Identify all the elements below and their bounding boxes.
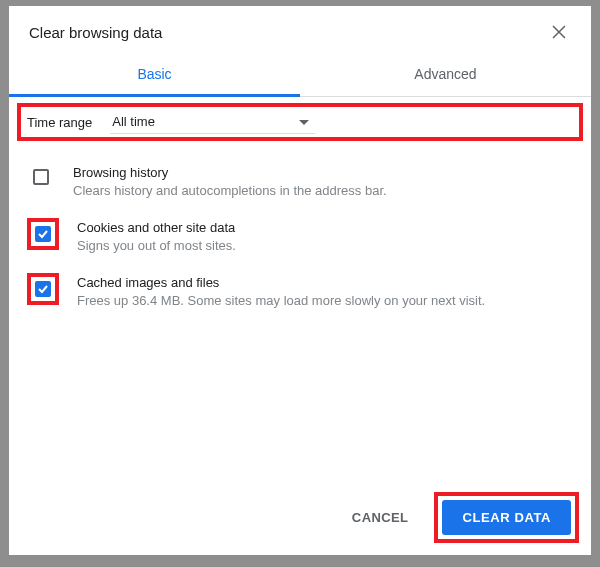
option-cached: Cached images and files Frees up 36.4 MB… bbox=[9, 265, 591, 320]
checkbox-wrap bbox=[27, 273, 59, 305]
tabs: Basic Advanced bbox=[9, 54, 591, 97]
tab-advanced-label: Advanced bbox=[414, 66, 476, 82]
dialog-footer: CANCEL CLEAR DATA bbox=[9, 482, 591, 555]
option-desc: Clears history and autocompletions in th… bbox=[73, 183, 573, 200]
option-browsing-history: Browsing history Clears history and auto… bbox=[9, 155, 591, 210]
option-cookies: Cookies and other site data Signs you ou… bbox=[9, 210, 591, 265]
dialog-title: Clear browsing data bbox=[29, 24, 162, 41]
dialog-body: Time range All time Browsing history Cle… bbox=[9, 97, 591, 482]
option-text: Cookies and other site data Signs you ou… bbox=[77, 218, 573, 255]
clear-data-frame: CLEAR DATA bbox=[434, 492, 579, 543]
option-desc: Signs you out of most sites. bbox=[77, 238, 573, 255]
close-icon bbox=[552, 25, 566, 39]
option-title: Browsing history bbox=[73, 165, 573, 180]
checkbox-wrap bbox=[27, 163, 55, 191]
time-range-label: Time range bbox=[27, 115, 92, 130]
cancel-button[interactable]: CANCEL bbox=[334, 500, 427, 535]
tab-basic[interactable]: Basic bbox=[9, 54, 300, 96]
close-button[interactable] bbox=[547, 20, 571, 44]
time-range-row: Time range All time bbox=[17, 103, 583, 141]
dialog-header: Clear browsing data bbox=[9, 6, 591, 54]
tab-advanced[interactable]: Advanced bbox=[300, 54, 591, 96]
checkbox-cookies[interactable] bbox=[35, 226, 51, 242]
option-title: Cookies and other site data bbox=[77, 220, 573, 235]
option-desc: Frees up 36.4 MB. Some sites may load mo… bbox=[77, 293, 573, 310]
checkbox-wrap bbox=[27, 218, 59, 250]
time-range-select[interactable]: All time bbox=[110, 110, 315, 134]
chevron-down-icon bbox=[299, 114, 309, 129]
checkbox-cached[interactable] bbox=[35, 281, 51, 297]
time-range-value: All time bbox=[112, 114, 155, 129]
checkbox-browsing-history[interactable] bbox=[33, 169, 49, 185]
tab-basic-label: Basic bbox=[137, 66, 171, 82]
option-text: Browsing history Clears history and auto… bbox=[73, 163, 573, 200]
clear-data-button[interactable]: CLEAR DATA bbox=[442, 500, 571, 535]
option-text: Cached images and files Frees up 36.4 MB… bbox=[77, 273, 573, 310]
option-title: Cached images and files bbox=[77, 275, 573, 290]
clear-browsing-data-dialog: Clear browsing data Basic Advanced Time … bbox=[9, 6, 591, 555]
